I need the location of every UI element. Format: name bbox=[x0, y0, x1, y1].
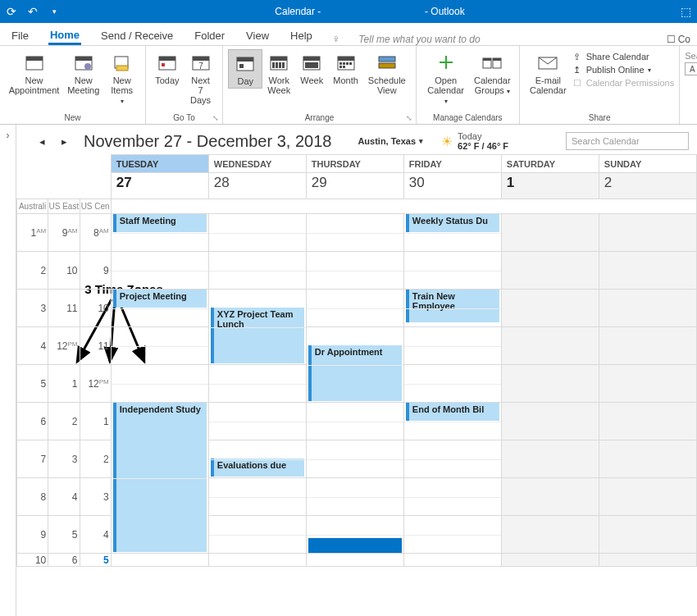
current-time-highlight bbox=[308, 538, 402, 553]
tellme-input[interactable]: Tell me what you want to do bbox=[358, 34, 480, 45]
date-2[interactable]: 2 bbox=[599, 173, 696, 199]
search-calendar-input[interactable]: Search Calendar bbox=[566, 132, 689, 150]
tab-send-receive[interactable]: Send / Receive bbox=[99, 26, 175, 45]
svg-rect-21 bbox=[282, 62, 285, 68]
week-button[interactable]: Week bbox=[295, 49, 328, 87]
search-label: Sear bbox=[685, 51, 697, 61]
day-header-wed[interactable]: WEDNESDAY bbox=[208, 155, 306, 173]
chevron-down-icon: ▾ bbox=[507, 88, 510, 95]
slot-fri-6[interactable]: End of Month Bil bbox=[403, 403, 501, 440]
open-calendar-button[interactable]: Open Calendar ▾ bbox=[421, 49, 471, 108]
svg-rect-17 bbox=[271, 57, 287, 61]
tab-folder[interactable]: Folder bbox=[193, 26, 226, 45]
next7days-button[interactable]: 7 Next 7 Days bbox=[184, 49, 217, 107]
tab-home[interactable]: Home bbox=[48, 25, 81, 45]
svg-point-4 bbox=[84, 63, 91, 70]
workweek-icon bbox=[267, 51, 290, 74]
new-appointment-button[interactable]: New Appointment bbox=[5, 49, 63, 97]
day-icon bbox=[234, 52, 257, 75]
workweek-button[interactable]: Work Week bbox=[262, 49, 295, 97]
publish-online-button[interactable]: ↥Publish Online▾ bbox=[572, 64, 675, 75]
address-book-icon[interactable]: A bbox=[685, 62, 697, 75]
calendar-permissions-button: ☐Calendar Permissions bbox=[572, 77, 675, 89]
email-calendar-button[interactable]: E-mail Calendar bbox=[525, 49, 572, 97]
calendar-groups-button[interactable]: Calendar Groups ▾ bbox=[471, 49, 514, 98]
slot-fri-1[interactable]: Weekly Status Du bbox=[403, 214, 501, 252]
items-icon bbox=[111, 51, 134, 74]
group-label-manage: Manage Calendars bbox=[417, 112, 519, 124]
group-label-arrange: Arrange⤡ bbox=[223, 112, 415, 124]
coming-soon-icon[interactable]: ☐ Co bbox=[667, 34, 690, 45]
day-header-fri[interactable]: FRIDAY bbox=[403, 155, 501, 173]
slot-thu-9[interactable] bbox=[306, 516, 403, 554]
event-evaluations-due[interactable]: Evaluations due bbox=[211, 459, 304, 477]
today-button[interactable]: Today bbox=[151, 49, 184, 87]
svg-rect-33 bbox=[379, 57, 395, 62]
undo-icon[interactable]: ↶ bbox=[26, 5, 39, 18]
slot-wed-7[interactable]: Evaluations due bbox=[208, 440, 306, 478]
ribbon-group-goto: Today 7 Next 7 Days Go To⤡ bbox=[146, 46, 223, 124]
share-icon: ⇪ bbox=[572, 51, 583, 62]
event-train-employee[interactable]: Train New Employee bbox=[406, 290, 499, 322]
event-independent-study[interactable]: Independent Study bbox=[113, 403, 207, 552]
next7-icon: 7 bbox=[189, 51, 212, 74]
tab-view[interactable]: View bbox=[244, 26, 271, 45]
share-calendar-button[interactable]: ⇪Share Calendar bbox=[572, 51, 675, 62]
dialog-launcher-icon[interactable]: ⤡ bbox=[406, 114, 412, 122]
slot-thu-4[interactable]: Dr Appointment bbox=[306, 327, 403, 403]
date-30[interactable]: 30 bbox=[403, 173, 501, 199]
date-27[interactable]: 27 bbox=[111, 173, 208, 199]
event-dr-appointment[interactable]: Dr Appointment bbox=[308, 345, 402, 401]
calendar-area: 3 Time Zones ◂ ▸ November 27 - December … bbox=[16, 125, 697, 616]
svg-rect-3 bbox=[75, 57, 92, 61]
month-icon bbox=[335, 51, 358, 74]
slot-tue-1[interactable]: Staff Meeting bbox=[111, 214, 208, 252]
svg-rect-29 bbox=[346, 62, 348, 65]
window-maximize-icon[interactable]: ⬚ bbox=[679, 5, 692, 18]
chevron-down-icon: ▾ bbox=[419, 137, 423, 145]
collapse-nav-button[interactable]: › bbox=[0, 125, 16, 616]
event-weekly-status[interactable]: Weekly Status Du bbox=[406, 214, 499, 232]
svg-rect-6 bbox=[116, 66, 128, 71]
dialog-launcher-icon[interactable]: ⤡ bbox=[212, 114, 219, 122]
month-button[interactable]: Month bbox=[328, 49, 363, 87]
qa-dropdown-icon[interactable]: ▾ bbox=[48, 5, 61, 18]
day-button[interactable]: Day bbox=[228, 49, 262, 89]
event-end-of-month[interactable]: End of Month Bil bbox=[406, 403, 499, 421]
new-meeting-button[interactable]: New Meeting bbox=[63, 49, 103, 97]
slot-fri-3[interactable]: Train New Employee bbox=[403, 290, 501, 327]
title-bar: ⟳ ↶ ▾ Calendar - - Outlook ⬚ bbox=[0, 0, 697, 23]
event-staff-meeting[interactable]: Staff Meeting bbox=[113, 214, 207, 232]
refresh-icon[interactable]: ⟳ bbox=[5, 5, 18, 18]
week-icon bbox=[300, 51, 323, 74]
slot-wed-3[interactable]: XYZ Project Team Lunch bbox=[208, 290, 306, 365]
weather-widget[interactable]: ☀ Today 62° F / 46° F bbox=[441, 131, 508, 151]
date-29[interactable]: 29 bbox=[306, 173, 403, 199]
scheduleview-button[interactable]: Schedule View bbox=[363, 49, 411, 97]
next-week-button[interactable]: ▸ bbox=[58, 135, 71, 148]
event-xyz-lunch[interactable]: XYZ Project Team Lunch bbox=[211, 308, 304, 363]
day-header-sat[interactable]: SATURDAY bbox=[501, 155, 599, 173]
day-header-tue[interactable]: TUESDAY bbox=[111, 155, 208, 173]
new-items-button[interactable]: New Items ▾ bbox=[103, 49, 139, 108]
tab-file[interactable]: File bbox=[10, 26, 30, 45]
ribbon-group-share: E-mail Calendar ⇪Share Calendar ↥Publish… bbox=[520, 46, 680, 124]
svg-rect-1 bbox=[26, 57, 43, 61]
ribbon-group-arrange: Day Work Week Week Month Schedule View A… bbox=[223, 46, 416, 124]
date-28[interactable]: 28 bbox=[208, 173, 306, 199]
menu-tabs: File Home Send / Receive Folder View Hel… bbox=[0, 23, 697, 46]
tab-help[interactable]: Help bbox=[289, 26, 314, 45]
email-calendar-icon bbox=[536, 51, 559, 74]
slot-tue-3[interactable]: Project Meeting bbox=[111, 290, 208, 327]
day-header-thu[interactable]: THURSDAY bbox=[306, 155, 403, 173]
event-project-meeting[interactable]: Project Meeting bbox=[113, 290, 207, 308]
prev-week-button[interactable]: ◂ bbox=[36, 135, 48, 148]
location-picker[interactable]: Austin, Texas▾ bbox=[358, 136, 423, 146]
slot-tue-6[interactable]: Independent Study bbox=[111, 403, 208, 554]
scheduleview-icon bbox=[376, 51, 399, 74]
tz-label-us-east: US East bbox=[48, 199, 80, 214]
svg-text:7: 7 bbox=[198, 62, 203, 71]
date-1[interactable]: 1 bbox=[501, 173, 599, 199]
day-header-sun[interactable]: SUNDAY bbox=[599, 155, 696, 173]
svg-rect-27 bbox=[339, 62, 342, 65]
